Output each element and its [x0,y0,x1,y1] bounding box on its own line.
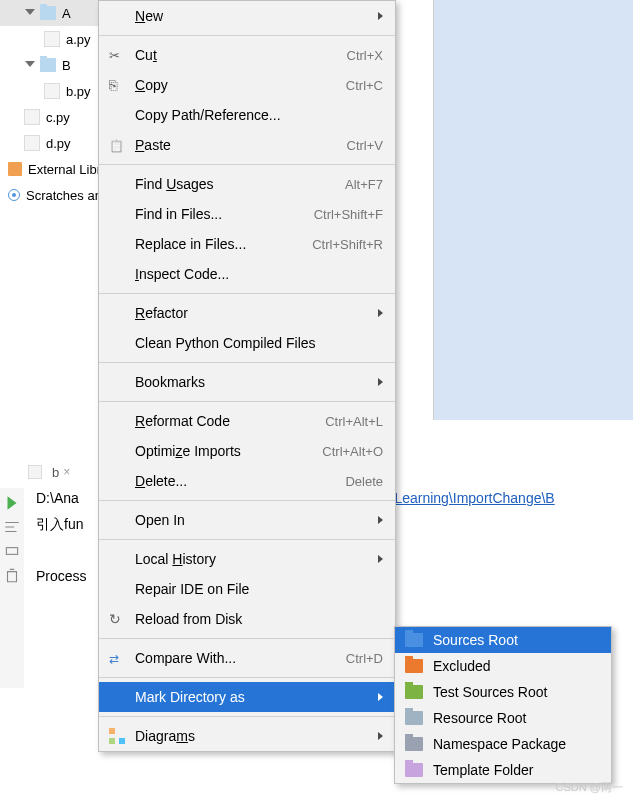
menu-cut[interactable]: Cut Ctrl+X [99,40,395,70]
python-file-icon [44,31,60,47]
menu-refactor[interactable]: Refactor [99,298,395,328]
menu-label: Local History [135,551,367,567]
menu-label: Compare With... [135,650,346,666]
submenu-sources-root[interactable]: Sources Root [395,627,611,653]
scratch-icon [8,189,20,201]
menu-diagrams[interactable]: Diagrams [99,721,395,751]
submenu-excluded[interactable]: Excluded [395,653,611,679]
diagram-icon [109,728,125,744]
menu-new[interactable]: New [99,1,395,31]
folder-blue-icon [405,633,423,647]
submenu-arrow-icon [373,309,383,317]
menu-label: Bookmarks [135,374,367,390]
expand-arrow-icon[interactable] [24,59,36,71]
submenu-arrow-icon [373,516,383,524]
svg-rect-0 [6,548,17,555]
blank-icon [109,473,125,489]
menu-copy[interactable]: Copy Ctrl+C [99,70,395,100]
tree-label: b.py [66,84,91,99]
tab-close-icon[interactable]: × [63,465,70,479]
menu-shortcut: Ctrl+X [347,48,383,63]
blank-icon [109,551,125,567]
menu-label: Diagrams [135,728,367,744]
menu-shortcut: Ctrl+Shift+F [314,207,383,222]
blank-icon [109,413,125,429]
menu-label: Replace in Files... [135,236,312,252]
menu-separator [99,362,395,363]
menu-label: Paste [135,137,347,153]
rerun-icon[interactable] [3,494,21,512]
menu-shortcut: Alt+F7 [345,177,383,192]
blank-icon [109,206,125,222]
submenu-test-sources-root[interactable]: Test Sources Root [395,679,611,705]
tab-label: b [52,465,59,480]
submenu-arrow-icon [373,555,383,563]
menu-shortcut: Ctrl+D [346,651,383,666]
context-menu: New Cut Ctrl+X Copy Ctrl+C Copy Path/Ref… [98,0,396,752]
menu-shortcut: Ctrl+Alt+L [325,414,383,429]
submenu-resource-root[interactable]: Resource Root [395,705,611,731]
menu-delete[interactable]: Delete... Delete [99,466,395,496]
menu-label: Clean Python Compiled Files [135,335,383,351]
menu-separator [99,164,395,165]
submenu-label: Excluded [433,658,597,674]
menu-compare-with[interactable]: Compare With... Ctrl+D [99,643,395,673]
tree-label: a.py [66,32,91,47]
menu-reload-from-disk[interactable]: Reload from Disk [99,604,395,634]
submenu-label: Namespace Package [433,736,597,752]
menu-local-history[interactable]: Local History [99,544,395,574]
editor-preview-panel [433,0,633,420]
menu-inspect-code[interactable]: Inspect Code... [99,259,395,289]
tree-label: d.py [46,136,71,151]
blank-icon [109,443,125,459]
menu-label: Refactor [135,305,367,321]
menu-find-usages[interactable]: Find Usages Alt+F7 [99,169,395,199]
menu-bookmarks[interactable]: Bookmarks [99,367,395,397]
run-tab-b[interactable]: b × [20,465,78,480]
soft-wrap-icon[interactable] [3,518,21,536]
menu-label: New [135,8,367,24]
menu-label: Find Usages [135,176,345,192]
print-icon[interactable] [3,542,21,560]
console-path-link[interactable]: _Learning\ImportChange\B [387,490,555,506]
python-file-icon [24,135,40,151]
menu-label: Cut [135,47,347,63]
menu-replace-in-files[interactable]: Replace in Files... Ctrl+Shift+R [99,229,395,259]
menu-clean-py[interactable]: Clean Python Compiled Files [99,328,395,358]
submenu-label: Resource Root [433,710,597,726]
menu-separator [99,293,395,294]
compare-icon [109,650,125,666]
menu-mark-directory-as[interactable]: Mark Directory as [99,682,395,712]
submenu-namespace-package[interactable]: Namespace Package [395,731,611,757]
menu-find-in-files[interactable]: Find in Files... Ctrl+Shift+F [99,199,395,229]
menu-optimize-imports[interactable]: Optimize Imports Ctrl+Alt+O [99,436,395,466]
submenu-arrow-icon [373,12,383,20]
menu-label: Reformat Code [135,413,325,429]
blank-icon [109,176,125,192]
submenu-label: Test Sources Root [433,684,597,700]
library-icon [8,162,22,176]
menu-reformat[interactable]: Reformat Code Ctrl+Alt+L [99,406,395,436]
folder-gray-icon [405,711,423,725]
reload-icon [109,611,125,627]
submenu-arrow-icon [373,732,383,740]
menu-repair-ide[interactable]: Repair IDE on File [99,574,395,604]
menu-paste[interactable]: Paste Ctrl+V [99,130,395,160]
blank-icon [109,8,125,24]
python-file-icon [24,109,40,125]
menu-label: Find in Files... [135,206,314,222]
menu-label: Open In [135,512,367,528]
menu-label: Delete... [135,473,345,489]
folder-icon [40,58,56,72]
submenu-arrow-icon [373,693,383,701]
trash-icon[interactable] [3,566,21,584]
menu-copy-path[interactable]: Copy Path/Reference... [99,100,395,130]
console-path: D:\Ana [36,490,79,506]
menu-label: Reload from Disk [135,611,383,627]
expand-arrow-icon[interactable] [24,7,36,19]
blank-icon [109,305,125,321]
blank-icon [109,236,125,252]
menu-open-in[interactable]: Open In [99,505,395,535]
menu-separator [99,677,395,678]
folder-green-icon [405,685,423,699]
